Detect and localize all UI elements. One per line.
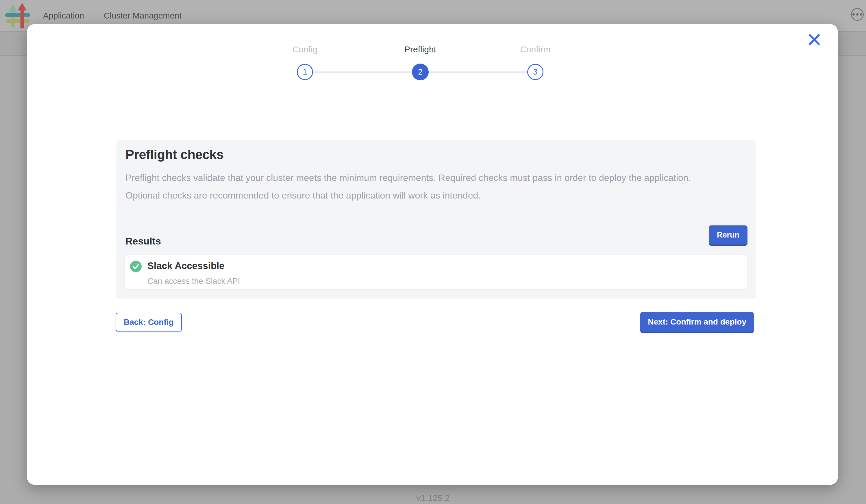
check-detail: Can access the Slack API	[147, 277, 240, 286]
step-circle-1: 1	[297, 64, 313, 80]
screen: Application Cluster Management v1.125.2 …	[0, 0, 866, 504]
check-result-row: Slack Accessible Can access the Slack AP…	[125, 255, 747, 289]
panel-description: Preflight checks validate that your clus…	[125, 169, 723, 204]
back-config-button[interactable]: Back: Config	[115, 313, 182, 332]
check-title: Slack Accessible	[147, 260, 225, 271]
step-confirm: Confirm 3	[492, 44, 579, 80]
success-check-icon	[130, 261, 142, 272]
step-circle-3: 3	[527, 64, 543, 80]
step-label: Confirm	[492, 44, 579, 55]
step-preflight: Preflight 2	[377, 44, 464, 80]
step-label: Preflight	[377, 44, 464, 55]
preflight-panel: Preflight checks Preflight checks valida…	[116, 140, 756, 299]
preflight-modal: Config 1 Preflight 2 Confirm 3 Preflight…	[27, 24, 838, 485]
next-confirm-deploy-button[interactable]: Next: Confirm and deploy	[640, 312, 754, 332]
close-icon	[807, 32, 822, 47]
step-config: Config 1	[262, 44, 348, 80]
rerun-button[interactable]: Rerun	[709, 225, 747, 245]
panel-title: Preflight checks	[125, 147, 224, 162]
results-label: Results	[125, 236, 161, 247]
close-button[interactable]	[807, 32, 822, 47]
step-circle-2: 2	[412, 64, 429, 80]
step-label: Config	[262, 44, 348, 55]
